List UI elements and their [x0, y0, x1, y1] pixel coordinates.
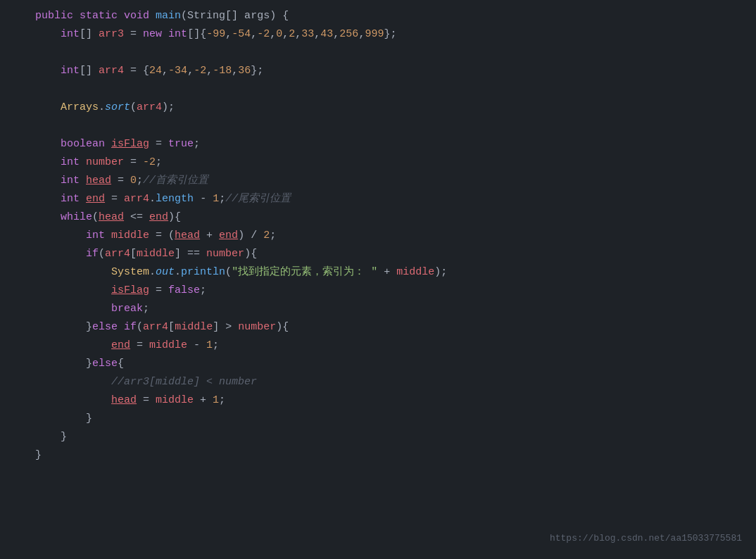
code-line-7 — [28, 117, 756, 135]
code-line-20: }else{ — [28, 355, 756, 373]
code-line-11: int end = arr4.length - 1;//尾索引位置 — [28, 190, 756, 208]
code-line-15: System.out.println("找到指定的元素，索引为： " + mid… — [28, 263, 756, 282]
code-line-14: if(arr4[middle] == number){ — [28, 245, 756, 263]
code-line-9: int number = -2; — [28, 153, 756, 172]
code-line-24: } — [28, 428, 756, 446]
code-container: public static void main(String[] args) {… — [0, 0, 756, 559]
code-line-13: int middle = (head + end) / 2; — [28, 227, 756, 245]
code-line-25: } — [28, 446, 756, 465]
code-line-12: while(head <= end){ — [28, 208, 756, 227]
code-line-16: isFlag = false; — [28, 282, 756, 300]
code-line-10: int head = 0;//首索引位置 — [28, 172, 756, 190]
code-line-19: end = middle - 1; — [28, 337, 756, 355]
code-block: public static void main(String[] args) {… — [0, 0, 756, 472]
code-line-4: int[] arr4 = {24,-34,-2,-18,36}; — [28, 62, 756, 80]
code-line-5 — [28, 80, 756, 99]
code-line-22: head = middle + 1; — [28, 391, 756, 410]
code-line-8: boolean isFlag = true; — [28, 135, 756, 153]
code-line-23: } — [28, 410, 756, 428]
code-line-3 — [28, 44, 756, 62]
code-line-1: public static void main(String[] args) { — [28, 7, 756, 25]
code-line-17: break; — [28, 300, 756, 318]
code-line-6: Arrays.sort(arr4); — [28, 99, 756, 117]
code-line-21: //arr3[middle] < number — [28, 373, 756, 391]
code-line-2: int[] arr3 = new int[]{-99,-54,-2,0,2,33… — [28, 25, 756, 44]
code-line-18: }else if(arr4[middle] > number){ — [28, 318, 756, 337]
url-watermark: https://blog.csdn.net/aa15033775581 — [550, 532, 742, 546]
